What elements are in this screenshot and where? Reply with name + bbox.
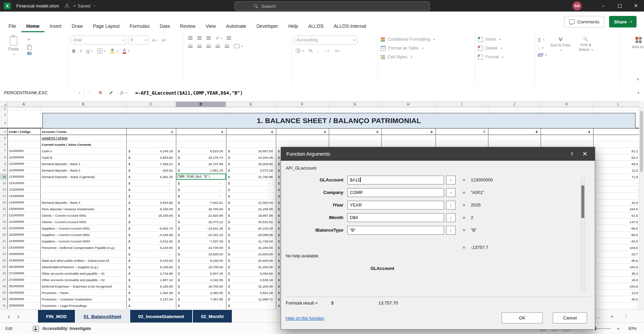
sheet-ellipsis-button[interactable]: …	[595, 313, 600, 319]
find-select-button[interactable]: Find & Select ▾	[575, 36, 597, 57]
money-cell[interactable]: $-13,641.35	[176, 225, 226, 231]
row-header-27[interactable]: 27	[0, 277, 7, 283]
row-header-25[interactable]: 25	[0, 264, 7, 270]
money-cell[interactable]: $-	[126, 186, 176, 193]
row-header-18[interactable]: 18	[0, 219, 7, 225]
row-header-26[interactable]: 26	[0, 270, 7, 276]
align-top-button[interactable]	[187, 36, 194, 40]
money-cell[interactable]: $-	[126, 193, 176, 199]
collapse-dialog-button-ibalancetype[interactable]: ↑	[446, 226, 456, 235]
money-cell[interactable]: $-	[176, 193, 226, 199]
grid-cell-l[interactable]: 41,9	[593, 199, 644, 205]
code-cell[interactable]: 111000000	[7, 148, 40, 154]
comma-style-button[interactable]: ,	[316, 47, 320, 54]
account-cell[interactable]: Provisions – Taxes	[40, 290, 126, 296]
ribbon-tab-automate[interactable]: Automate	[221, 20, 251, 32]
money-cell[interactable]: $43,532.02	[226, 219, 276, 225]
grid-cell[interactable]	[7, 107, 40, 110]
code-cell[interactable]: 112000000	[7, 154, 40, 160]
money-cell[interactable]: $-11,729.02	[226, 238, 276, 244]
money-cell[interactable]: $16,473.12	[176, 219, 226, 225]
grid-cell-l[interactable]: 40,2	[593, 296, 644, 302]
account-cell[interactable]: Cash A	[40, 148, 126, 154]
format-as-table-button[interactable]: Format as Table▾	[381, 44, 472, 52]
imonth-input[interactable]: D$4	[347, 213, 444, 222]
row-header-21[interactable]: 21	[0, 238, 7, 244]
grid-cell-l[interactable]: 104,6	[593, 283, 644, 289]
money-cell[interactable]: $9,064.82	[226, 270, 276, 276]
row-header-15[interactable]: 15	[0, 199, 7, 205]
wrap-text-button[interactable]	[225, 36, 233, 40]
account-cell[interactable]: Suppliers – Current Account 0003	[40, 238, 126, 244]
fill-button[interactable]: ↓▾	[538, 45, 546, 51]
sheet-title[interactable]: 1. BALANCE SHEET / BALANÇO PATRIMONIAL	[42, 113, 636, 129]
grid-cell[interactable]	[436, 107, 488, 110]
money-cell[interactable]: $2,482.05	[176, 290, 226, 296]
account-cell[interactable]: Other accounts receivable and payable – …	[40, 277, 126, 283]
money-cell[interactable]: $15,747.99	[176, 161, 226, 167]
money-cell[interactable]: $16,857.54	[226, 148, 276, 154]
money-cell[interactable]: $-	[226, 186, 276, 193]
header-period-cell[interactable]: 9	[541, 129, 593, 135]
copy-button[interactable]	[27, 45, 32, 49]
money-cell[interactable]: $6,361.25	[126, 174, 176, 180]
align-right-button[interactable]	[205, 44, 212, 48]
code-cell[interactable]: 222000000	[7, 232, 40, 238]
ribbon-tab-draw[interactable]: Draw	[66, 20, 88, 32]
grid-cell[interactable]	[541, 107, 593, 110]
code-cell[interactable]: 211000000	[7, 212, 40, 218]
money-cell[interactable]: $-7,537.33	[176, 238, 226, 244]
money-cell[interactable]: $10,176.74	[176, 154, 226, 160]
column-header-f[interactable]: F	[276, 101, 329, 107]
ribbon-tab-home[interactable]: Home	[21, 20, 45, 32]
maximize-button[interactable]	[611, 0, 628, 12]
select-all-corner[interactable]	[0, 101, 7, 107]
header-account-cell[interactable]: Account / Conta	[40, 129, 126, 135]
money-cell[interactable]: $9,523.26	[176, 148, 226, 154]
money-cell[interactable]: $9,100.00	[126, 257, 176, 263]
dialog-title-bar[interactable]: Function Arguments ? ✕	[281, 147, 595, 161]
name-box[interactable]: PERCENTRANK.EXC▾	[0, 88, 84, 98]
row-header-2-3[interactable]: 23	[0, 110, 7, 127]
align-left-button[interactable]	[187, 44, 194, 48]
code-cell[interactable]: 292000000	[7, 296, 40, 302]
money-cell[interactable]: $25,003.92	[226, 161, 276, 167]
account-cell[interactable]: Shareholders/Partners – Supplies (e.g.)	[40, 264, 126, 270]
grid-cell-l[interactable]: 71,9	[593, 174, 644, 180]
grid-cell-l[interactable]: -	[593, 193, 644, 199]
money-cell[interactable]: $18,867.98	[226, 212, 276, 218]
column-header-h[interactable]: H	[381, 101, 436, 107]
money-cell[interactable]: $-	[226, 180, 276, 186]
money-cell[interactable]: $-	[226, 193, 276, 199]
money-cell[interactable]: $3,653.82	[126, 199, 176, 205]
row-header-28[interactable]: 28	[0, 283, 7, 289]
row-header-13[interactable]: 13	[0, 186, 7, 193]
grid-cell[interactable]	[593, 107, 644, 110]
grid-cell[interactable]	[276, 107, 329, 110]
section-current-assets[interactable]: Current Assets / Ativo Corrente	[40, 141, 126, 148]
sheet-tab-fin_mod[interactable]: FIN_MOD	[38, 310, 75, 323]
code-cell[interactable]: 240000000	[7, 251, 40, 257]
share-button[interactable]: Share▾	[609, 16, 637, 27]
grid-cell-l[interactable]: 147,5	[593, 219, 644, 225]
decrease-indent-button[interactable]	[214, 44, 221, 48]
header-period-cell[interactable]: 6	[381, 129, 436, 135]
collapse-dialog-button-iyear[interactable]: ↑	[446, 201, 456, 210]
account-cell[interactable]: Demand deposits – Bank 4	[40, 199, 126, 205]
increase-font-button[interactable]: A▴	[151, 37, 158, 43]
align-bottom-button[interactable]	[205, 36, 212, 40]
fill-color-button[interactable]: ▾	[109, 48, 119, 54]
ribbon-tab-review[interactable]: Review	[175, 20, 201, 32]
grid-cell-l[interactable]: -58,6	[593, 232, 644, 238]
row-header-7[interactable]: 7	[0, 148, 7, 154]
row-header-14[interactable]: 14	[0, 193, 7, 199]
money-cell[interactable]: $7,942.61	[176, 199, 226, 205]
grid-cell-l[interactable]: 80,8	[593, 257, 644, 263]
glaccount-input[interactable]: $A11	[347, 176, 444, 184]
money-cell[interactable]: $9,100.00	[126, 283, 176, 289]
grid-cell[interactable]	[329, 135, 381, 141]
money-cell[interactable]: $-18,088.59	[226, 232, 276, 238]
zoom-slider-thumb[interactable]	[595, 327, 596, 330]
accessibility-status[interactable]: Accessibility: Investigate	[42, 326, 91, 331]
sheet-nav-left[interactable]: ‹	[5, 313, 13, 320]
